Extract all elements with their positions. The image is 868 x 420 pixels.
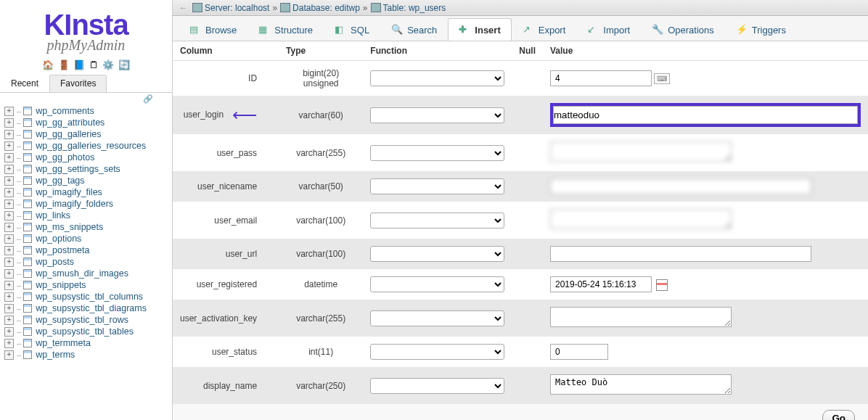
- value-input[interactable]: [550, 70, 652, 86]
- col-name: user_url: [173, 239, 279, 269]
- tab-export[interactable]: ↗Export: [512, 18, 577, 41]
- expand-icon[interactable]: +: [4, 141, 14, 151]
- function-select[interactable]: [370, 378, 504, 394]
- expand-icon[interactable]: +: [4, 234, 14, 244]
- bc-db[interactable]: editwp: [335, 3, 360, 13]
- function-select[interactable]: [370, 70, 504, 86]
- browse-icon: ▤: [189, 24, 201, 36]
- expand-icon[interactable]: +: [4, 118, 14, 128]
- expand-icon[interactable]: +: [4, 153, 14, 162]
- tree-node[interactable]: +–wp_posts: [4, 256, 172, 268]
- bc-server[interactable]: localhost: [235, 3, 269, 13]
- tree-label: wp_supsystic_tbl_diagrams: [36, 303, 147, 313]
- value-textarea[interactable]: Matteo Duò: [550, 374, 732, 395]
- value-textarea[interactable]: [550, 307, 732, 327]
- col-type: varchar(250): [279, 367, 363, 404]
- function-select[interactable]: [370, 344, 504, 360]
- tab-browse[interactable]: ▤Browse: [179, 18, 247, 41]
- expand-icon[interactable]: +: [4, 211, 14, 221]
- tree-node[interactable]: +–wp_supsystic_tbl_rows: [4, 314, 172, 326]
- calendar-icon[interactable]: [656, 279, 668, 291]
- exit-icon[interactable]: 🚪: [58, 59, 70, 70]
- expand-icon[interactable]: +: [4, 292, 14, 302]
- bc-table[interactable]: wp_users: [409, 3, 446, 13]
- tree-node[interactable]: +–wp_gg_photos: [4, 152, 172, 163]
- table-icon: [22, 141, 33, 151]
- value-textarea[interactable]: [550, 209, 732, 229]
- expand-icon[interactable]: +: [4, 327, 14, 337]
- collapse-nav-icon[interactable]: ←: [179, 2, 188, 13]
- sql-icon[interactable]: 🗒: [89, 59, 99, 70]
- expand-icon[interactable]: +: [4, 188, 14, 197]
- tree-node[interactable]: +–wp_terms: [4, 349, 172, 361]
- tree-node[interactable]: +–wp_options: [4, 233, 172, 244]
- go-button[interactable]: Go: [822, 410, 855, 420]
- value-input[interactable]: [553, 106, 858, 124]
- link-panel-icon[interactable]: 🔗: [0, 93, 172, 104]
- tree-node[interactable]: +–wp_comments: [4, 105, 172, 117]
- tree-node[interactable]: +–wp_links: [4, 210, 172, 221]
- tree-node[interactable]: +–wp_imagify_folders: [4, 198, 172, 210]
- expand-icon[interactable]: +: [4, 176, 14, 186]
- home-icon[interactable]: 🏠: [42, 59, 54, 70]
- expand-icon[interactable]: +: [4, 130, 14, 139]
- tab-insert[interactable]: ✚Insert: [448, 18, 511, 41]
- tree-node[interactable]: +–wp_ms_snippets: [4, 221, 172, 233]
- value-textarea[interactable]: [550, 141, 732, 162]
- reload-icon[interactable]: 🔄: [118, 59, 130, 70]
- tree-node[interactable]: +–wp_gg_galleries: [4, 128, 172, 140]
- tab-recent[interactable]: Recent: [0, 75, 49, 92]
- expand-icon[interactable]: +: [4, 281, 14, 290]
- form-row: display_namevarchar(250)Matteo Duò: [173, 367, 868, 404]
- expand-icon[interactable]: +: [4, 258, 14, 267]
- tab-favorites[interactable]: Favorites: [49, 75, 107, 92]
- tree-node[interactable]: +–wp_gg_galleries_resources: [4, 140, 172, 152]
- value-input[interactable]: [550, 276, 652, 292]
- tab-search[interactable]: 🔍Search: [380, 18, 448, 41]
- expand-icon[interactable]: +: [4, 350, 14, 360]
- tree-node[interactable]: +–wp_termmeta: [4, 337, 172, 349]
- function-select[interactable]: [370, 145, 504, 161]
- tab-import[interactable]: ↙Import: [576, 18, 641, 41]
- tree-label: wp_snippets: [36, 280, 86, 290]
- expand-icon[interactable]: +: [4, 269, 14, 279]
- function-select[interactable]: [370, 107, 504, 123]
- tree-node[interactable]: +–wp_gg_tags: [4, 175, 172, 186]
- expand-icon[interactable]: +: [4, 223, 14, 232]
- function-select[interactable]: [370, 213, 504, 228]
- expand-icon[interactable]: +: [4, 304, 14, 313]
- docs-icon[interactable]: 📘: [73, 59, 85, 70]
- tree-node[interactable]: +–wp_supsystic_tbl_columns: [4, 291, 172, 302]
- expand-icon[interactable]: +: [4, 339, 14, 348]
- expand-icon[interactable]: +: [4, 246, 14, 255]
- app-name: phpMyAdmin: [0, 37, 172, 54]
- tree-node[interactable]: +–wp_supsystic_tbl_diagrams: [4, 302, 172, 314]
- tree-node[interactable]: +–wp_smush_dir_images: [4, 268, 172, 279]
- value-input[interactable]: [550, 344, 608, 360]
- tree-node[interactable]: +–wp_supsystic_tbl_tables: [4, 326, 172, 337]
- function-select[interactable]: [370, 310, 504, 326]
- tab-triggers[interactable]: ⚡Triggers: [725, 18, 797, 41]
- expand-icon[interactable]: +: [4, 316, 14, 325]
- tab-operations[interactable]: 🔧Operations: [641, 18, 725, 41]
- tree-node[interactable]: +–wp_postmeta: [4, 244, 172, 256]
- function-select[interactable]: [370, 246, 504, 262]
- tree-node[interactable]: +–wp_gg_settings_sets: [4, 163, 172, 175]
- value-input[interactable]: [550, 246, 811, 262]
- tree-node[interactable]: +–wp_imagify_files: [4, 186, 172, 198]
- table-icon: [22, 164, 33, 174]
- expand-icon[interactable]: +: [4, 165, 14, 174]
- function-select[interactable]: [370, 276, 504, 292]
- keypad-icon[interactable]: ⌨: [654, 73, 670, 84]
- tree-node[interactable]: +–wp_snippets: [4, 279, 172, 291]
- settings-icon[interactable]: ⚙️: [102, 59, 114, 70]
- tree-node[interactable]: +–wp_gg_attributes: [4, 117, 172, 128]
- function-select[interactable]: [370, 178, 504, 194]
- tab-sql[interactable]: ◧SQL: [324, 18, 380, 41]
- expand-icon[interactable]: +: [4, 199, 14, 209]
- import-icon: ↙: [587, 24, 599, 36]
- tab-structure[interactable]: ▦Structure: [247, 18, 324, 41]
- expand-icon[interactable]: +: [4, 107, 14, 116]
- table-icon: [22, 152, 33, 162]
- value-input[interactable]: [550, 178, 811, 194]
